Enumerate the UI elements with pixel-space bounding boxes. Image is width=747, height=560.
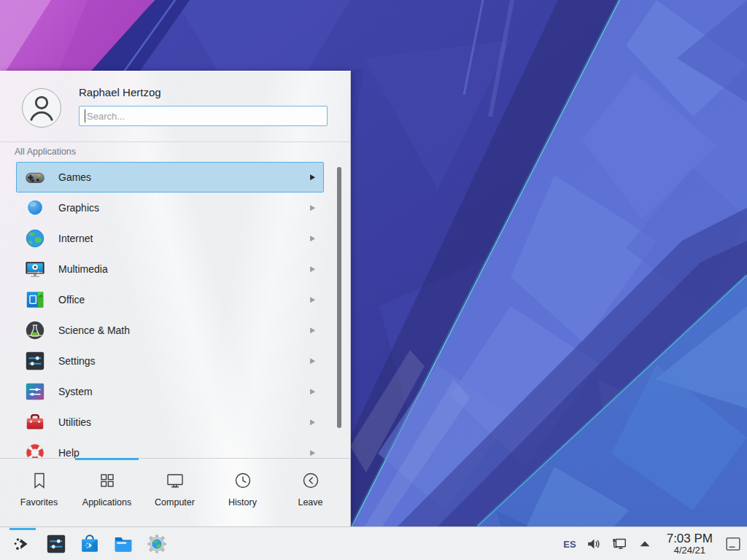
tab-computer[interactable]: Computer — [141, 464, 209, 508]
submenu-arrow-icon: ▶ — [310, 234, 315, 243]
desktop: Raphael Hertzog All Applications — [0, 0, 747, 560]
category-label: Internet — [58, 233, 93, 244]
discover-button[interactable] — [73, 527, 107, 560]
submenu-arrow-icon: ▶ — [310, 326, 315, 335]
submenu-arrow-icon: ▶ — [310, 173, 315, 182]
applications-icon — [97, 470, 117, 491]
tab-label: Favorites — [20, 497, 58, 508]
show-desktop-button[interactable] — [725, 536, 741, 552]
category-row-games[interactable]: Games ▶ — [16, 162, 324, 192]
category-label: Graphics — [58, 202, 99, 214]
digital-clock[interactable]: 7:03 PM 4/24/21 — [667, 532, 713, 556]
volume-icon[interactable] — [586, 536, 602, 552]
submenu-arrow-icon: ▶ — [310, 387, 315, 396]
category-row-science[interactable]: Science & Math ▶ — [16, 315, 324, 346]
favorites-icon — [29, 470, 50, 491]
category-row-utilities[interactable]: Utilities ▶ — [16, 407, 324, 438]
application-launcher-menu: Raphael Hertzog All Applications — [0, 71, 351, 526]
tab-label: Applications — [82, 497, 131, 508]
category-label: Office — [58, 294, 85, 306]
keyboard-layout-indicator[interactable]: ES — [563, 539, 576, 550]
category-row-multimedia[interactable]: Multimedia ▶ — [16, 254, 324, 284]
category-row-internet[interactable]: Internet ▶ — [16, 223, 324, 254]
submenu-arrow-icon: ▶ — [310, 265, 315, 273]
help-icon — [24, 442, 46, 458]
user-avatar[interactable] — [22, 88, 61, 128]
discover-icon — [79, 533, 101, 555]
search-box[interactable] — [79, 106, 328, 126]
category-label: Help — [58, 447, 80, 458]
settings-icon — [24, 350, 46, 372]
launcher-tabbar: Favorites Applications Computer — [5, 464, 345, 508]
category-row-help[interactable]: Help ▶ — [16, 438, 324, 458]
list-scrollbar[interactable] — [337, 167, 341, 428]
category-label: System — [58, 386, 93, 397]
clock-time: 7:03 PM — [667, 532, 713, 546]
category-list: Games ▶ Graphics ▶ — [0, 162, 350, 458]
section-label: All Applications — [15, 147, 76, 157]
tab-label: History — [228, 497, 257, 508]
taskbar-app-icons — [6, 527, 174, 560]
submenu-arrow-icon: ▶ — [310, 448, 315, 457]
tab-label: Leave — [298, 497, 322, 508]
category-row-graphics[interactable]: Graphics ▶ — [16, 192, 324, 223]
active-app-indicator — [9, 528, 36, 530]
submenu-arrow-icon: ▶ — [310, 418, 315, 427]
user-name: Raphael Hertzog — [79, 86, 161, 98]
system-settings-button[interactable] — [39, 527, 73, 560]
games-icon — [24, 166, 46, 188]
tabbar-divider — [0, 458, 350, 459]
leave-icon — [301, 470, 321, 491]
submenu-arrow-icon: ▶ — [310, 295, 315, 304]
network-icon[interactable] — [611, 536, 627, 552]
computer-icon — [165, 470, 185, 491]
category-label: Games — [58, 171, 91, 183]
tab-applications[interactable]: Applications — [73, 464, 141, 508]
text-caret — [85, 109, 85, 122]
clock-date: 4/24/21 — [667, 545, 713, 556]
header-divider — [0, 141, 350, 142]
search-input[interactable] — [79, 106, 328, 126]
tab-leave[interactable]: Leave — [276, 464, 344, 508]
submenu-arrow-icon: ▶ — [310, 203, 315, 212]
category-label: Utilities — [58, 416, 91, 428]
system-icon — [24, 381, 46, 402]
submenu-arrow-icon: ▶ — [310, 357, 315, 365]
tray-expander-icon[interactable] — [637, 536, 653, 552]
multimedia-icon — [24, 258, 46, 280]
application-launcher-button[interactable] — [6, 527, 39, 560]
science-icon — [24, 319, 46, 341]
application-launcher-icon — [12, 533, 34, 555]
graphics-icon — [24, 197, 46, 219]
category-row-system[interactable]: System ▶ — [16, 376, 324, 407]
category-label: Settings — [58, 355, 96, 367]
category-row-office[interactable]: Office ▶ — [16, 284, 324, 315]
utilities-icon — [24, 411, 46, 433]
tab-label: Computer — [155, 497, 195, 508]
tab-favorites[interactable]: Favorites — [5, 464, 73, 508]
category-label: Multimedia — [58, 263, 108, 275]
category-row-settings[interactable]: Settings ▶ — [16, 346, 324, 376]
file-manager-icon — [112, 533, 134, 555]
taskbar: ES 7:03 PM 4/24/21 — [0, 526, 747, 560]
system-settings-icon — [45, 533, 67, 555]
history-icon — [233, 470, 253, 491]
office-icon — [24, 289, 46, 311]
file-manager-button[interactable] — [107, 527, 140, 560]
tab-history[interactable]: History — [209, 464, 276, 508]
internet-icon — [24, 228, 46, 249]
web-browser-button[interactable] — [140, 527, 174, 560]
system-tray: ES 7:03 PM 4/24/21 — [563, 527, 741, 560]
category-label: Science & Math — [58, 324, 130, 336]
web-browser-icon — [146, 533, 168, 555]
active-tab-indicator — [75, 458, 139, 460]
